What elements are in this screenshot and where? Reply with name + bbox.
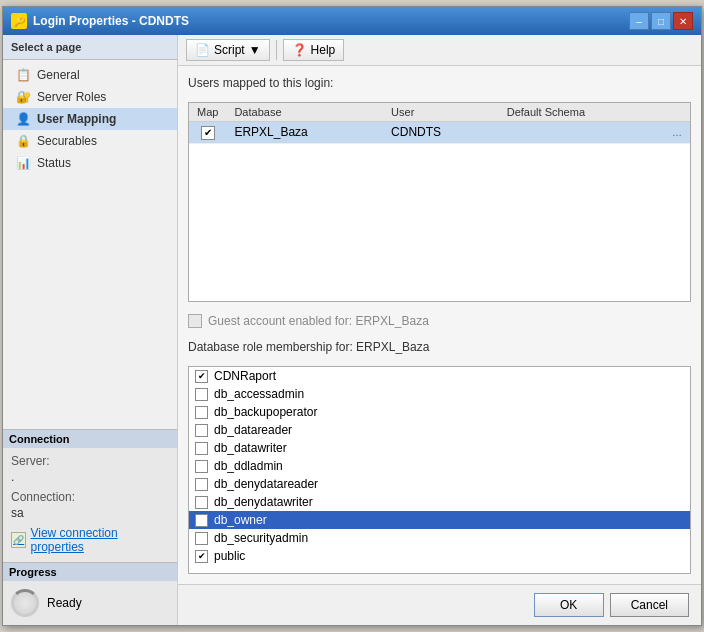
- help-icon: ❓: [292, 43, 307, 57]
- guest-checkbox[interactable]: [188, 314, 202, 328]
- role-checkbox-db_denydatareader[interactable]: [195, 478, 208, 491]
- role-label-db_owner: db_owner: [214, 513, 267, 527]
- role-item-db_backupoperator[interactable]: db_backupoperator: [189, 403, 690, 421]
- role-checkbox-public[interactable]: ✔: [195, 550, 208, 563]
- role-checkbox-db_datareader[interactable]: [195, 424, 208, 437]
- db-role-list[interactable]: ✔ CDNRaport db_accessadmin db_backupoper…: [188, 366, 691, 574]
- col-extra: [664, 103, 690, 122]
- securables-icon: 🔒: [15, 133, 31, 149]
- role-label-db_datawriter: db_datawriter: [214, 441, 287, 455]
- status-icon: 📊: [15, 155, 31, 171]
- title-bar: 🔑 Login Properties - CDNDTS – □ ✕: [3, 7, 701, 35]
- role-item-db_datareader[interactable]: db_datareader: [189, 421, 690, 439]
- help-button[interactable]: ❓ Help: [283, 39, 345, 61]
- row-database: ERPXL_Baza: [226, 122, 383, 144]
- role-item-public[interactable]: ✔ public: [189, 547, 690, 565]
- role-checkbox-db_datawriter[interactable]: [195, 442, 208, 455]
- sidebar-section-title: Select a page: [3, 35, 177, 60]
- row-user: CDNDTS: [383, 122, 499, 144]
- link-icon: 🔗: [11, 532, 26, 548]
- sidebar-item-general-label: General: [37, 68, 80, 82]
- role-checkbox-db_accessadmin[interactable]: [195, 388, 208, 401]
- connection-label: Connection:: [11, 490, 169, 504]
- server-roles-icon: 🔐: [15, 89, 31, 105]
- role-checkbox-db_denydatawriter[interactable]: [195, 496, 208, 509]
- sidebar-item-securables[interactable]: 🔒 Securables: [3, 130, 177, 152]
- script-button[interactable]: 📄 Script ▼: [186, 39, 270, 61]
- role-item-CDNRaport[interactable]: ✔ CDNRaport: [189, 367, 690, 385]
- server-value: .: [11, 470, 169, 484]
- role-checkbox-CDNRaport[interactable]: ✔: [195, 370, 208, 383]
- window-body: Select a page 📋 General 🔐 Server Roles 👤…: [3, 35, 701, 625]
- guest-account-row: Guest account enabled for: ERPXL_Baza: [188, 310, 691, 332]
- main-content: 📄 Script ▼ ❓ Help Users mapped to this l…: [178, 35, 701, 625]
- sidebar-item-status[interactable]: 📊 Status: [3, 152, 177, 174]
- role-item-db_owner[interactable]: db_owner: [189, 511, 690, 529]
- sidebar-item-server-roles[interactable]: 🔐 Server Roles: [3, 86, 177, 108]
- script-icon: 📄: [195, 43, 210, 57]
- row-extra-btn: …: [664, 122, 690, 144]
- users-table-container[interactable]: Map Database User Default Schema ✔: [188, 102, 691, 302]
- sidebar-item-securables-label: Securables: [37, 134, 97, 148]
- close-button[interactable]: ✕: [673, 12, 693, 30]
- user-mapping-icon: 👤: [15, 111, 31, 127]
- sidebar-items: 📋 General 🔐 Server Roles 👤 User Mapping …: [3, 60, 177, 178]
- title-bar-left: 🔑 Login Properties - CDNDTS: [11, 13, 189, 29]
- row-map-cell: ✔: [189, 122, 226, 144]
- connection-value: sa: [11, 506, 169, 520]
- minimize-button[interactable]: –: [629, 12, 649, 30]
- sidebar-item-user-mapping-label: User Mapping: [37, 112, 116, 126]
- role-item-db_securityadmin[interactable]: db_securityadmin: [189, 529, 690, 547]
- role-label-public: public: [214, 549, 245, 563]
- users-table: Map Database User Default Schema ✔: [189, 103, 690, 144]
- bottom-bar: OK Cancel: [178, 584, 701, 625]
- restore-button[interactable]: □: [651, 12, 671, 30]
- window-title: Login Properties - CDNDTS: [33, 14, 189, 28]
- role-label-db_backupoperator: db_backupoperator: [214, 405, 317, 419]
- main-window: 🔑 Login Properties - CDNDTS – □ ✕ Select…: [2, 6, 702, 626]
- role-item-db_denydatawriter[interactable]: db_denydatawriter: [189, 493, 690, 511]
- role-item-db_denydatareader[interactable]: db_denydatareader: [189, 475, 690, 493]
- toolbar-divider: [276, 40, 277, 60]
- window-icon: 🔑: [11, 13, 27, 29]
- ok-button[interactable]: OK: [534, 593, 604, 617]
- role-checkbox-db_owner[interactable]: [195, 514, 208, 527]
- sidebar-item-server-roles-label: Server Roles: [37, 90, 106, 104]
- role-checkbox-db_ddladmin[interactable]: [195, 460, 208, 473]
- role-checkbox-db_backupoperator[interactable]: [195, 406, 208, 419]
- connection-title: Connection: [3, 430, 177, 448]
- role-label-db_accessadmin: db_accessadmin: [214, 387, 304, 401]
- progress-status: Ready: [47, 596, 82, 610]
- view-connection-link[interactable]: 🔗 View connection properties: [11, 526, 169, 554]
- role-item-db_ddladmin[interactable]: db_ddladmin: [189, 457, 690, 475]
- sidebar-item-user-mapping[interactable]: 👤 User Mapping: [3, 108, 177, 130]
- role-label-db_datareader: db_datareader: [214, 423, 292, 437]
- progress-spinner: [11, 589, 39, 617]
- script-dropdown-icon: ▼: [249, 43, 261, 57]
- users-mapped-label: Users mapped to this login:: [188, 76, 691, 90]
- progress-section: Progress Ready: [3, 562, 177, 625]
- db-role-label: Database role membership for: ERPXL_Baza: [188, 340, 691, 354]
- title-buttons: – □ ✕: [629, 12, 693, 30]
- col-schema: Default Schema: [499, 103, 664, 122]
- progress-title: Progress: [3, 563, 177, 581]
- col-map: Map: [189, 103, 226, 122]
- row-schema: [499, 122, 664, 144]
- cancel-button[interactable]: Cancel: [610, 593, 689, 617]
- table-header-row: Map Database User Default Schema: [189, 103, 690, 122]
- row-checkbox[interactable]: ✔: [201, 126, 215, 140]
- sidebar-item-general[interactable]: 📋 General: [3, 64, 177, 86]
- content-area: Users mapped to this login: Map Database…: [178, 66, 701, 584]
- role-label-db_denydatawriter: db_denydatawriter: [214, 495, 313, 509]
- view-connection-label: View connection properties: [30, 526, 169, 554]
- sidebar: Select a page 📋 General 🔐 Server Roles 👤…: [3, 35, 178, 625]
- role-item-db_datawriter[interactable]: db_datawriter: [189, 439, 690, 457]
- table-row[interactable]: ✔ ERPXL_Baza CDNDTS …: [189, 122, 690, 144]
- server-label: Server:: [11, 454, 169, 468]
- guest-label: Guest account enabled for: ERPXL_Baza: [208, 314, 429, 328]
- sidebar-item-status-label: Status: [37, 156, 71, 170]
- toolbar: 📄 Script ▼ ❓ Help: [178, 35, 701, 66]
- role-checkbox-db_securityadmin[interactable]: [195, 532, 208, 545]
- script-label: Script: [214, 43, 245, 57]
- role-item-db_accessadmin[interactable]: db_accessadmin: [189, 385, 690, 403]
